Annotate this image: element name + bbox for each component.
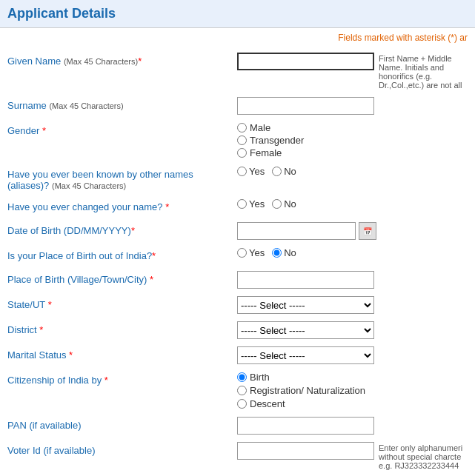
dob-input-col: 📅	[237, 222, 376, 240]
name-changed-yes-row: Yes	[237, 198, 265, 209]
citizenship-registration-row: Registration/ Naturalization	[237, 385, 371, 396]
place-birth-out-yes-radio[interactable]	[237, 248, 247, 258]
place-birth-out-label-col: Is your Place of Birth out of India?*	[7, 247, 237, 261]
citizenship-row: Citizenship of India by * Birth Registra…	[7, 368, 468, 413]
place-birth-label: Place of Birth (Village/Town/City) *	[7, 274, 153, 285]
gender-transgender-label: Transgender	[250, 135, 304, 146]
pan-label: PAN (if available)	[7, 420, 81, 431]
state-label: State/UT *	[7, 299, 52, 310]
name-changed-label-col: Have you ever changed your name? *	[7, 198, 237, 212]
place-birth-out-no-radio[interactable]	[272, 248, 282, 258]
surname-row: Surname (Max 45 Characters)	[7, 93, 468, 118]
gender-female-label: Female	[250, 147, 282, 158]
place-birth-out-label: Is your Place of Birth out of India?*	[7, 250, 156, 261]
name-changed-yes-radio[interactable]	[237, 199, 247, 209]
form-body: Given Name (Max 45 Characters)* First Na…	[0, 46, 475, 476]
voter-hint: Enter only alphanumeri without special c…	[374, 442, 468, 470]
given-name-label: Given Name (Max 45 Characters)*	[7, 56, 142, 67]
marital-select[interactable]: ----- Select -----	[237, 346, 374, 364]
name-changed-no-row: No	[272, 198, 296, 209]
page-title: Applicant Details	[7, 6, 116, 21]
citizenship-descent-row: Descent	[237, 398, 371, 409]
pan-input[interactable]	[237, 417, 374, 435]
district-input-col: ----- Select -----	[237, 321, 374, 339]
place-birth-out-no-label: No	[284, 247, 296, 258]
gender-transgender-row: Transgender	[237, 135, 371, 146]
place-birth-row: Place of Birth (Village/Town/City) *	[7, 267, 468, 292]
state-row: State/UT * ----- Select -----	[7, 292, 468, 318]
place-birth-out-input-col: Yes No	[237, 247, 371, 258]
citizenship-input-col: Birth Registration/ Naturalization Desce…	[237, 372, 371, 409]
district-row: District * ----- Select -----	[7, 318, 468, 343]
aliases-no-label: No	[284, 166, 296, 177]
aliases-yes-label: Yes	[249, 166, 265, 177]
district-label-col: District *	[7, 321, 237, 335]
given-name-input[interactable]	[237, 53, 374, 70]
marital-label-col: Marital Status *	[7, 346, 237, 361]
state-input-col: ----- Select -----	[237, 296, 374, 314]
district-label: District *	[7, 324, 43, 335]
gender-label: Gender *	[7, 125, 46, 136]
aliases-no-radio[interactable]	[272, 167, 282, 176]
place-birth-input[interactable]	[237, 271, 374, 289]
dob-row: Date of Birth (DD/MM/YYYY)* 📅	[7, 218, 468, 244]
place-birth-out-yes-row: Yes	[237, 247, 265, 258]
given-name-hint: First Name + Middle Name. Initials and h…	[374, 53, 468, 90]
aliases-yes-row: Yes	[237, 166, 265, 177]
marital-input-col: ----- Select -----	[237, 346, 374, 364]
aliases-radio-group: Yes No	[237, 166, 371, 177]
name-changed-no-radio[interactable]	[272, 199, 282, 209]
place-birth-out-row: Is your Place of Birth out of India?* Ye…	[7, 244, 468, 267]
aliases-label: Have you ever been known by other names …	[7, 169, 193, 191]
dob-label-col: Date of Birth (DD/MM/YYYY)*	[7, 222, 237, 236]
name-changed-input-col: Yes No	[237, 198, 371, 209]
dob-label: Date of Birth (DD/MM/YYYY)*	[7, 225, 135, 236]
name-changed-yes-label: Yes	[249, 198, 265, 209]
surname-input-col	[237, 97, 374, 115]
citizenship-birth-label: Birth	[250, 372, 270, 383]
page-header: Applicant Details	[0, 0, 475, 28]
marital-label: Marital Status *	[7, 349, 73, 361]
pan-label-col: PAN (if available)	[7, 417, 237, 431]
gender-female-radio[interactable]	[237, 148, 247, 158]
name-changed-radio-group: Yes No	[237, 198, 371, 209]
citizenship-birth-radio[interactable]	[237, 372, 247, 382]
place-birth-out-yes-label: Yes	[249, 247, 265, 258]
name-changed-no-label: No	[284, 198, 296, 209]
citizenship-descent-radio[interactable]	[237, 399, 247, 409]
given-name-row: Given Name (Max 45 Characters)* First Na…	[7, 49, 468, 93]
voter-input[interactable]	[237, 442, 374, 460]
district-select[interactable]: ----- Select -----	[237, 321, 374, 339]
marital-row: Marital Status * ----- Select -----	[7, 343, 468, 368]
aliases-no-row: No	[272, 166, 296, 177]
aliases-input-col: Yes No	[237, 166, 371, 177]
place-birth-label-col: Place of Birth (Village/Town/City) *	[7, 271, 237, 285]
gender-label-col: Gender *	[7, 122, 237, 136]
place-birth-out-radio-group: Yes No	[237, 247, 371, 258]
voter-row: Voter Id (if available) Enter only alpha…	[7, 438, 468, 474]
aliases-label-col: Have you ever been known by other names …	[7, 166, 237, 191]
aliases-row: Have you ever been known by other names …	[7, 162, 468, 195]
voter-label: Voter Id (if available)	[7, 445, 96, 456]
gender-male-radio[interactable]	[237, 123, 247, 133]
aliases-yes-radio[interactable]	[237, 167, 247, 176]
citizenship-birth-row: Birth	[237, 372, 371, 383]
calendar-icon: 📅	[363, 227, 372, 235]
calendar-button[interactable]: 📅	[359, 222, 376, 240]
citizenship-registration-label: Registration/ Naturalization	[250, 385, 365, 396]
gender-male-row: Male	[237, 122, 371, 133]
gender-male-label: Male	[250, 122, 270, 133]
voter-input-col	[237, 442, 374, 460]
pan-row: PAN (if available)	[7, 413, 468, 438]
surname-label-col: Surname (Max 45 Characters)	[7, 97, 237, 111]
citizenship-registration-radio[interactable]	[237, 386, 247, 395]
citizenship-label: Citizenship of India by *	[7, 375, 108, 386]
gender-transgender-radio[interactable]	[237, 135, 247, 145]
given-name-input-col	[237, 53, 374, 70]
surname-label: Surname (Max 45 Characters)	[7, 100, 124, 111]
gender-female-row: Female	[237, 147, 371, 158]
citizenship-radio-group: Birth Registration/ Naturalization Desce…	[237, 372, 371, 409]
dob-input[interactable]	[237, 222, 356, 240]
surname-input[interactable]	[237, 97, 374, 115]
state-select[interactable]: ----- Select -----	[237, 296, 374, 314]
